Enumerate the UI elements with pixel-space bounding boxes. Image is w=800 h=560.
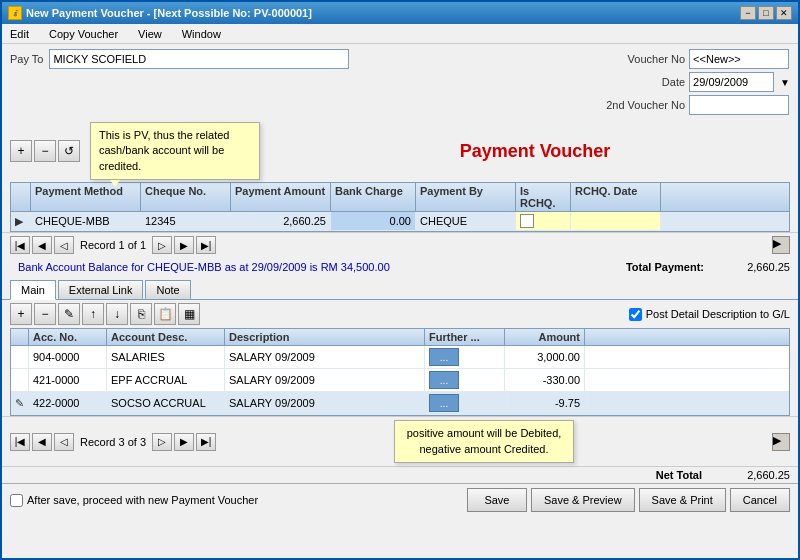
menu-window[interactable]: Window (178, 27, 225, 41)
bank-charge-header: Bank Charge (331, 183, 416, 211)
post-detail-checkbox[interactable] (629, 308, 642, 321)
detail-remove-btn[interactable]: − (34, 303, 56, 325)
detail-row2-more-btn[interactable]: ... (429, 371, 459, 389)
menu-view[interactable]: View (134, 27, 166, 41)
detail-nav-first[interactable]: |◀ (10, 433, 30, 451)
detail-row2-indicator (11, 369, 29, 391)
detail-row2-desc: EPF ACCRUAL (107, 369, 225, 391)
minimize-button[interactable]: − (740, 6, 756, 20)
save-preview-button[interactable]: Save & Preview (531, 488, 635, 512)
detail-scroll-right-btn[interactable]: ▶ (772, 433, 790, 451)
detail-row1-desc: SALARIES (107, 346, 225, 368)
payment-amount-cell: 2,660.25 (231, 212, 331, 230)
detail-row-3[interactable]: ✎ 422-0000 SOCSO ACCRUAL SALARY 09/2009 … (11, 392, 789, 415)
cheque-no-cell: 12345 (141, 212, 231, 230)
after-save-label: After save, proceed with new Payment Vou… (27, 494, 258, 506)
cancel-button[interactable]: Cancel (730, 488, 790, 512)
detail-row1-amount: 3,000.00 (505, 346, 585, 368)
date-input[interactable] (689, 72, 774, 92)
bank-charge-cell: 0.00 (331, 212, 416, 230)
detail-row3-more-btn[interactable]: ... (429, 394, 459, 412)
amount-header: Amount (505, 329, 585, 345)
is-rchq-checkbox[interactable] (520, 214, 534, 228)
tab-main[interactable]: Main (10, 280, 56, 300)
detail-row-2[interactable]: 421-0000 EPF ACCRUAL SALARY 09/2009 ... … (11, 369, 789, 392)
detail-row2-further: ... (425, 369, 505, 391)
nav-last-btn[interactable]: ▶| (196, 236, 216, 254)
title-buttons: − □ ✕ (740, 6, 792, 20)
tooltip-container: This is PV, thus the related cash/bank a… (90, 122, 260, 180)
detail-nav-next[interactable]: ▶ (174, 433, 194, 451)
voucher-no-input[interactable] (689, 49, 789, 69)
window-icon: 💰 (8, 6, 22, 20)
tab-external-link[interactable]: External Link (58, 280, 144, 299)
save-button[interactable]: Save (467, 488, 527, 512)
detail-nav-last[interactable]: ▶| (196, 433, 216, 451)
detail-copy-btn[interactable]: ⎘ (130, 303, 152, 325)
nav-next-btn[interactable]: ▶ (174, 236, 194, 254)
payment-row-1[interactable]: ▶ CHEQUE-MBB 12345 2,660.25 0.00 CHEQUE (11, 212, 789, 231)
save-print-button[interactable]: Save & Print (639, 488, 726, 512)
detail-nav-next2[interactable]: ▷ (152, 433, 172, 451)
nav1-record-text: Record 1 of 1 (80, 239, 146, 251)
acc-no-header: Acc. No. (29, 329, 107, 345)
nav-first-btn[interactable]: |◀ (10, 236, 30, 254)
footer: After save, proceed with new Payment Vou… (2, 483, 798, 517)
payment-toolbar: + − ↺ (10, 140, 80, 162)
is-rchq-cell (516, 212, 571, 230)
detail-row-1[interactable]: 904-0000 SALARIES SALARY 09/2009 ... 3,0… (11, 346, 789, 369)
nav-prev-btn[interactable]: ◀ (32, 236, 52, 254)
acc-desc-header: Account Desc. (107, 329, 225, 345)
pay-to-input[interactable] (49, 49, 349, 69)
detail-row1-further: ... (425, 346, 505, 368)
voucher2-label: 2nd Voucher No (600, 99, 685, 111)
payment-amount-header: Payment Amount (231, 183, 331, 211)
payment-grid: Payment Method Cheque No. Payment Amount… (10, 182, 790, 232)
tooltip-arrow (110, 180, 120, 187)
nav-prev2-btn[interactable]: ◁ (54, 236, 74, 254)
tab-note[interactable]: Note (145, 280, 190, 299)
date-dropdown-icon[interactable]: ▼ (780, 77, 790, 88)
detail-grid-btn[interactable]: ▦ (178, 303, 200, 325)
detail-row2-description: SALARY 09/2009 (225, 369, 425, 391)
total-payment-label: Total Payment: (626, 261, 704, 273)
pay-to-label: Pay To (10, 53, 43, 65)
detail-row2-amount: -330.00 (505, 369, 585, 391)
net-total-value: 2,660.25 (710, 469, 790, 481)
detail-nav-prev2[interactable]: ◁ (54, 433, 74, 451)
menu-edit[interactable]: Edit (6, 27, 33, 41)
add-btn[interactable]: + (10, 140, 32, 162)
detail-paste-btn[interactable]: 📋 (154, 303, 176, 325)
nav2-record-text: Record 3 of 3 (80, 436, 146, 448)
window-title: New Payment Voucher - [Next Possible No:… (26, 7, 312, 19)
remove-btn[interactable]: − (34, 140, 56, 162)
tooltip2-text: positive amount will be Debited, negativ… (407, 427, 562, 454)
detail-row3-description: SALARY 09/2009 (225, 392, 425, 414)
title-bar: 💰 New Payment Voucher - [Next Possible N… (2, 2, 798, 24)
refresh-btn[interactable]: ↺ (58, 140, 80, 162)
close-button[interactable]: ✕ (776, 6, 792, 20)
detail-down-btn[interactable]: ↓ (106, 303, 128, 325)
payment-method-cell: CHEQUE-MBB (31, 212, 141, 230)
footer-buttons: Save Save & Preview Save & Print Cancel (467, 488, 790, 512)
detail-up-btn[interactable]: ↑ (82, 303, 104, 325)
detail-row3-desc: SOCSO ACCRUAL (107, 392, 225, 414)
detail-edit-btn[interactable]: ✎ (58, 303, 80, 325)
voucher2-input[interactable] (689, 95, 789, 115)
voucher-section: Voucher No Date ▼ 2nd Voucher No (600, 49, 790, 115)
maximize-button[interactable]: □ (758, 6, 774, 20)
detail-row2-acc: 421-0000 (29, 369, 107, 391)
rchq-date-header: RCHQ. Date (571, 183, 661, 211)
detail-row1-acc: 904-0000 (29, 346, 107, 368)
after-save-checkbox[interactable] (10, 494, 23, 507)
scroll-right-btn[interactable]: ▶ (772, 236, 790, 254)
menu-copy-voucher[interactable]: Copy Voucher (45, 27, 122, 41)
tabs-row: Main External Link Note (2, 280, 798, 300)
total-payment-value: 2,660.25 (710, 261, 790, 273)
payment-method-header: Payment Method (31, 183, 141, 211)
detail-nav-prev[interactable]: ◀ (32, 433, 52, 451)
detail-add-btn[interactable]: + (10, 303, 32, 325)
detail-row1-more-btn[interactable]: ... (429, 348, 459, 366)
detail-row1-description: SALARY 09/2009 (225, 346, 425, 368)
nav-next2-btn[interactable]: ▷ (152, 236, 172, 254)
